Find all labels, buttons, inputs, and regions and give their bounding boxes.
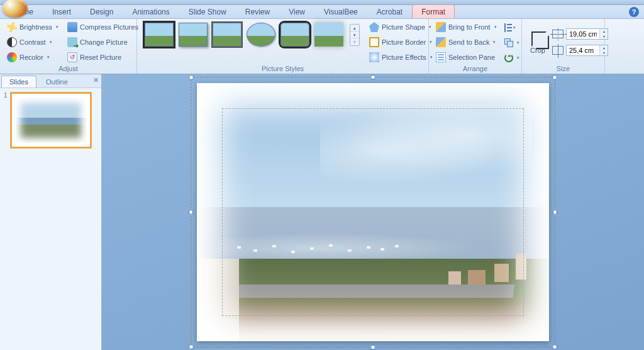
reset-icon — [67, 52, 77, 62]
send-back-icon — [436, 37, 446, 47]
handle-b[interactable] — [371, 345, 375, 349]
group-objects-button[interactable]: ▾ — [502, 37, 521, 49]
handle-l[interactable] — [189, 210, 193, 215]
tab-slideshow[interactable]: Slide Show — [179, 4, 236, 18]
change-picture-button[interactable]: Change Picture — [64, 35, 142, 49]
shape-icon — [369, 22, 379, 32]
gallery-scroll-up[interactable]: ▴ — [350, 25, 359, 31]
contrast-button[interactable]: Contrast▾ — [4, 35, 62, 49]
help-icon[interactable]: ? — [629, 7, 639, 17]
height-up[interactable]: ▴ — [600, 29, 608, 34]
chevron-down-icon: ▾ — [47, 55, 50, 60]
tab-view[interactable]: View — [279, 4, 314, 18]
handle-t[interactable] — [371, 75, 375, 79]
align-button[interactable]: ▾ — [502, 21, 521, 34]
slide-1 — [197, 83, 549, 341]
style-preset-4[interactable] — [247, 23, 275, 47]
chevron-down-icon: ▾ — [493, 40, 496, 45]
picture-shape-button[interactable]: Picture Shape▾ — [366, 20, 436, 34]
selection-pane-icon — [436, 52, 446, 62]
bring-front-icon — [436, 22, 446, 32]
handle-br[interactable] — [552, 344, 557, 349]
handle-r[interactable] — [553, 210, 557, 215]
style-preset-2[interactable] — [179, 23, 208, 47]
group-size: Crop ▴▾ ▴▾ Size — [522, 19, 605, 74]
align-icon — [504, 23, 509, 32]
chevron-down-icon: ▾ — [50, 40, 52, 45]
tab-format[interactable]: Format — [412, 4, 455, 18]
rotate-icon — [504, 54, 513, 62]
ribbon: Brightness▾ Contrast▾ Recolor▾ Compress … — [0, 19, 644, 74]
group-icon — [504, 38, 513, 47]
tab-insert[interactable]: Insert — [43, 4, 80, 18]
width-icon — [552, 46, 564, 55]
recolor-button[interactable]: Recolor▾ — [4, 50, 62, 64]
width-spinner[interactable]: ▴▾ — [566, 45, 608, 56]
style-preset-5[interactable] — [280, 23, 309, 47]
gallery-more[interactable]: ▿ — [350, 38, 359, 45]
thumb-preview — [16, 98, 86, 143]
gallery-scroll-down[interactable]: ▾ — [350, 31, 359, 38]
panel-tab-outline[interactable]: Outline — [38, 76, 76, 88]
group-arrange: Bring to Front▾ Send to Back▾ Selection … — [429, 19, 522, 74]
handle-tl[interactable] — [189, 75, 194, 80]
picture-styles-gallery: ▴ ▾ ▿ — [141, 20, 364, 49]
selection-pane-button[interactable]: Selection Pane — [433, 50, 500, 64]
chevron-down-icon: ▾ — [517, 40, 519, 45]
height-spinner[interactable]: ▴▾ — [566, 28, 608, 40]
ribbon-tabs: Home Insert Design Animations Slide Show… — [0, 5, 644, 19]
slide-panel: Slides Outline ✕ 1 — [0, 74, 102, 350]
group-label-size: Size — [526, 64, 601, 74]
tab-animations[interactable]: Animations — [123, 4, 179, 18]
brightness-button[interactable]: Brightness▾ — [4, 20, 62, 34]
crop-icon — [531, 31, 547, 47]
panel-tab-slides[interactable]: Slides — [1, 76, 36, 88]
thumb-number: 1 — [4, 92, 8, 149]
change-picture-icon — [67, 37, 77, 47]
gallery-scroller: ▴ ▾ ▿ — [350, 24, 360, 46]
width-down[interactable]: ▾ — [600, 50, 608, 55]
style-preset-6[interactable] — [314, 23, 343, 47]
group-picture-styles: ▴ ▾ ▿ Picture Shape▾ Picture Border▾ Pic… — [137, 19, 429, 74]
tab-visualbee[interactable]: VisualBee — [314, 4, 367, 18]
height-input[interactable] — [567, 30, 599, 38]
effects-icon — [369, 52, 379, 62]
tab-review[interactable]: Review — [236, 4, 279, 18]
contrast-icon — [7, 37, 17, 47]
tab-acrobat[interactable]: Acrobat — [367, 4, 412, 18]
send-to-back-button[interactable]: Send to Back▾ — [433, 35, 500, 49]
crop-button[interactable]: Crop — [526, 27, 550, 57]
width-input[interactable] — [567, 47, 599, 54]
picture-effects-button[interactable]: Picture Effects▾ — [366, 50, 436, 64]
height-icon — [552, 30, 564, 38]
group-label-arrange: Arrange — [433, 64, 518, 74]
border-icon — [369, 37, 379, 47]
picture-border-button[interactable]: Picture Border▾ — [366, 35, 436, 49]
chevron-down-icon: ▾ — [494, 25, 497, 30]
reset-picture-button[interactable]: Reset Picture — [64, 50, 142, 64]
style-preset-1[interactable] — [145, 23, 174, 47]
handle-tr[interactable] — [552, 75, 557, 80]
chevron-down-icon: ▾ — [513, 25, 516, 30]
chevron-down-icon: ▾ — [56, 25, 58, 30]
chevron-down-icon: ▾ — [517, 55, 519, 60]
group-label-picture-styles: Picture Styles — [141, 64, 425, 74]
recolor-icon — [7, 52, 17, 62]
panel-close-icon[interactable]: ✕ — [93, 76, 99, 84]
compress-icon — [67, 22, 77, 32]
width-up[interactable]: ▴ — [600, 45, 608, 50]
rotate-button[interactable]: ▾ — [502, 52, 521, 64]
slide-canvas[interactable] — [102, 74, 644, 350]
style-preset-3[interactable] — [213, 23, 242, 47]
placeholder-box — [222, 108, 524, 316]
group-label-adjust: Adjust — [4, 64, 133, 74]
group-adjust: Brightness▾ Contrast▾ Recolor▾ Compress … — [0, 19, 137, 74]
tab-design[interactable]: Design — [80, 4, 123, 18]
bring-to-front-button[interactable]: Bring to Front▾ — [433, 20, 500, 34]
handle-bl[interactable] — [189, 344, 194, 349]
compress-pictures-button[interactable]: Compress Pictures — [64, 20, 142, 34]
slide-thumb-1[interactable]: 1 — [4, 92, 97, 149]
height-down[interactable]: ▾ — [600, 34, 608, 39]
brightness-icon — [7, 22, 17, 32]
